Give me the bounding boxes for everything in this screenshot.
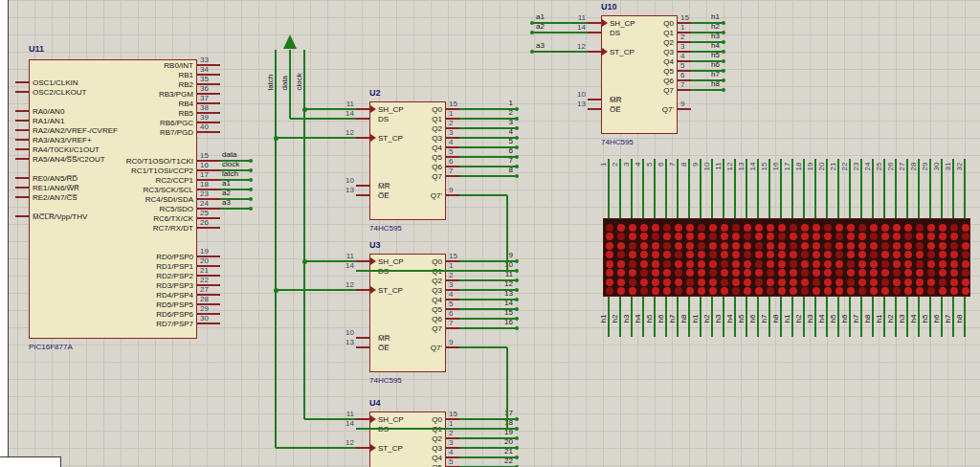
led-dot	[698, 260, 705, 268]
pin-name: ST_CP	[610, 48, 635, 56]
wire[interactable]	[964, 159, 966, 218]
led-dot	[755, 224, 763, 232]
matrix-row-label: h1	[783, 315, 791, 347]
wire[interactable]	[304, 418, 356, 420]
wire[interactable]	[459, 175, 517, 177]
led-dot	[629, 260, 636, 268]
net-label: a2	[222, 189, 231, 197]
matrix-column-label: 31	[944, 163, 952, 195]
wire[interactable]	[356, 428, 507, 430]
wire[interactable]	[691, 89, 724, 91]
pin-number: 14	[327, 109, 354, 118]
pin-name: RB0/INT	[78, 61, 193, 70]
pin-number: 5	[449, 300, 453, 308]
pin-number: 5	[449, 457, 453, 466]
pin	[15, 81, 29, 82]
led-dot	[939, 251, 947, 258]
wire[interactable]	[276, 137, 356, 139]
matrix-row-label: h5	[737, 315, 746, 347]
pin-number: 14	[327, 261, 354, 270]
pin-name: Q4	[408, 454, 442, 462]
wire[interactable]	[303, 50, 305, 419]
wire-end-dot	[530, 21, 534, 25]
wire[interactable]	[532, 51, 588, 53]
led-dot	[721, 260, 728, 268]
pin-name: RC1/T1OSI/CCP2	[78, 167, 193, 175]
led-dot	[767, 260, 774, 268]
junction-dot	[274, 288, 278, 293]
pin-number: 14	[559, 23, 586, 32]
led-dot	[698, 233, 705, 240]
led-dot	[617, 260, 625, 268]
wire[interactable]	[275, 50, 277, 448]
pin-name: Q4	[639, 57, 674, 66]
wire-end-dot	[515, 126, 519, 130]
matrix-column-label: 17	[783, 163, 791, 195]
wire[interactable]	[276, 447, 356, 449]
pin-number: 22	[200, 276, 209, 284]
led-dot	[916, 260, 924, 268]
led-dot	[663, 278, 671, 286]
led-dot	[790, 233, 797, 240]
dot-matrix-display[interactable]	[603, 218, 970, 297]
led-dot	[893, 260, 901, 268]
wire[interactable]	[506, 347, 508, 429]
matrix-column-label: 10	[702, 163, 711, 195]
pin-number: 9	[449, 186, 453, 194]
wire[interactable]	[356, 270, 507, 272]
wire[interactable]	[276, 289, 356, 291]
pin	[356, 108, 369, 109]
led-dot	[824, 224, 832, 232]
wire-end-dot	[722, 88, 725, 92]
clock-input-icon	[370, 105, 376, 113]
pin-name: RC2/CCP1	[78, 176, 193, 185]
led-dot	[640, 224, 648, 232]
pin-number: 4	[449, 448, 453, 456]
net-label: 14	[484, 299, 513, 307]
matrix-row-label: h6	[932, 315, 941, 347]
wire[interactable]	[459, 327, 517, 329]
led-dot	[939, 233, 947, 240]
led-dot	[767, 224, 774, 232]
pin	[356, 337, 369, 338]
wire[interactable]	[459, 346, 507, 348]
matrix-column-label: 16	[771, 163, 780, 195]
led-dot	[813, 233, 820, 240]
wire[interactable]	[506, 195, 508, 271]
matrix-column-label: 29	[921, 163, 929, 195]
led-dot	[904, 251, 912, 258]
led-dot	[640, 287, 648, 295]
led-dot	[675, 278, 682, 286]
led-dot	[847, 269, 855, 277]
led-dot	[744, 269, 751, 277]
led-dot	[847, 233, 855, 240]
pin-name: SH_CP	[378, 257, 404, 266]
wire[interactable]	[289, 50, 291, 119]
pin-name: Q4	[408, 144, 442, 152]
led-dot	[767, 287, 774, 295]
wire[interactable]	[964, 297, 966, 337]
pin-name: Q3	[408, 134, 442, 143]
wire[interactable]	[220, 208, 251, 210]
pin	[15, 120, 29, 121]
pin-name: RD1/PSP1	[78, 262, 193, 271]
wire[interactable]	[304, 260, 356, 262]
pin-name: RE0/AN5/R̅D̅	[33, 174, 78, 183]
schematic-canvas[interactable]: U11 PIC16F877A U2 74HC595 U3 74HC595 U4 …	[0, 0, 980, 467]
led-dot	[778, 242, 786, 250]
led-dot	[824, 242, 832, 250]
led-dot	[916, 287, 924, 295]
pin-number: 12	[327, 438, 354, 447]
led-dot	[927, 278, 935, 286]
wire-end-dot	[249, 188, 253, 191]
wire[interactable]	[459, 194, 507, 196]
net-label: h2	[691, 22, 720, 31]
wire[interactable]	[290, 118, 356, 120]
pin-number: 7	[449, 319, 453, 327]
wire[interactable]	[304, 108, 356, 110]
led-dot	[881, 251, 889, 258]
matrix-row-label: h6	[748, 315, 757, 347]
wire[interactable]	[532, 32, 588, 33]
matrix-row-label: h4	[909, 315, 918, 347]
wire-end-dot	[515, 298, 519, 301]
